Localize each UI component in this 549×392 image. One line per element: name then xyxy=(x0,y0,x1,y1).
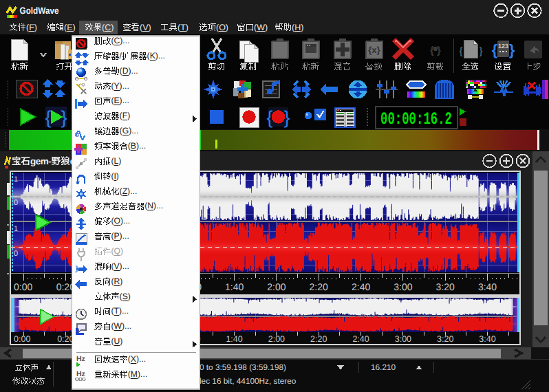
svg-text:(E)...: (E)... xyxy=(111,96,129,105)
svg-text:2:00: 2:00 xyxy=(267,281,286,292)
svg-text:0: 0 xyxy=(14,250,18,258)
svg-text:(S): (S) xyxy=(120,292,131,301)
svg-text:(H): (H) xyxy=(292,23,303,32)
svg-text:1: 1 xyxy=(14,225,18,233)
svg-text:(E): (E) xyxy=(64,23,76,32)
svg-text:0: 0 xyxy=(14,199,18,207)
svg-text:(N)...: (N)... xyxy=(144,201,163,210)
svg-text:Hz: Hz xyxy=(76,370,85,378)
svg-text:(Z)...: (Z)... xyxy=(120,186,138,196)
svg-text:(F): (F) xyxy=(120,111,131,120)
svg-text:(U): (U) xyxy=(111,336,122,346)
svg-text:1:40: 1:40 xyxy=(226,334,242,344)
svg-text:(M)...: (M)... xyxy=(128,369,148,379)
svg-text:2:40: 2:40 xyxy=(352,334,369,344)
svg-text:{: { xyxy=(45,107,51,128)
svg-text:1: 1 xyxy=(14,175,18,184)
svg-text:123: 123 xyxy=(498,43,508,50)
svg-text:3:00: 3:00 xyxy=(395,334,411,344)
svg-text:0 to 3:59.198 (3:59.198): 0 to 3:59.198 (3:59.198) xyxy=(200,362,286,372)
svg-text:(V): (V) xyxy=(140,23,151,32)
svg-text:00:00:16.2: 00:00:16.2 xyxy=(380,109,452,129)
svg-text:(V)...: (V)... xyxy=(111,261,129,271)
svg-text:(K)...: (K)... xyxy=(147,51,165,61)
svg-text:GoldWave: GoldWave xyxy=(20,6,59,16)
svg-text:}: } xyxy=(479,45,482,57)
svg-text:lec 16 bit, 44100Hz, stereo: lec 16 bit, 44100Hz, stereo xyxy=(200,376,297,386)
svg-text:{: { xyxy=(459,45,462,57)
svg-text:2:00: 2:00 xyxy=(268,334,285,344)
svg-text:{x}: {x} xyxy=(368,45,380,55)
svg-text:0:00: 0:00 xyxy=(14,334,30,344)
svg-text:(L): (L) xyxy=(111,156,121,166)
svg-text:(G)...: (G)... xyxy=(120,126,139,135)
svg-text:(X)...: (X)... xyxy=(128,354,146,364)
svg-text:2:20: 2:20 xyxy=(310,334,327,344)
svg-text:(I): (I) xyxy=(111,171,119,181)
svg-text:(Y)...: (Y)... xyxy=(111,81,129,91)
svg-text:}: } xyxy=(509,41,515,58)
svg-text:3:20: 3:20 xyxy=(437,334,453,344)
svg-text:(W): (W) xyxy=(254,23,268,32)
svg-text:(R): (R) xyxy=(111,276,122,286)
svg-text:{: { xyxy=(492,41,498,58)
svg-text:1:40: 1:40 xyxy=(225,281,244,292)
svg-text:3:40: 3:40 xyxy=(479,334,495,344)
svg-text:(F): (F) xyxy=(26,23,37,32)
svg-text:3:20: 3:20 xyxy=(436,281,455,292)
svg-text:(O): (O) xyxy=(216,23,228,32)
svg-text:(T)...: (T)... xyxy=(111,306,129,316)
svg-text:(D)...: (D)... xyxy=(120,66,138,76)
svg-text:(O)...: (O)... xyxy=(111,216,130,226)
svg-text:0:00: 0:00 xyxy=(14,281,32,292)
svg-text:(P)...: (P)... xyxy=(111,231,129,241)
svg-text:(C)...: (C)... xyxy=(111,36,129,45)
svg-text:(B)...: (B)... xyxy=(128,141,146,151)
svg-text:(Q): (Q) xyxy=(111,246,123,256)
svg-text:(T): (T) xyxy=(177,23,189,32)
svg-text:2:20: 2:20 xyxy=(310,281,328,292)
svg-text:(C): (C) xyxy=(102,23,114,32)
svg-text:3:40: 3:40 xyxy=(478,281,497,292)
svg-text:16.210: 16.210 xyxy=(371,362,396,372)
svg-text:Hz: Hz xyxy=(76,355,85,363)
svg-text:(W)...: (W)... xyxy=(111,321,131,331)
svg-text:gem-: gem- xyxy=(30,156,52,166)
svg-text:3:00: 3:00 xyxy=(394,281,412,292)
svg-text:2:40: 2:40 xyxy=(352,281,370,292)
